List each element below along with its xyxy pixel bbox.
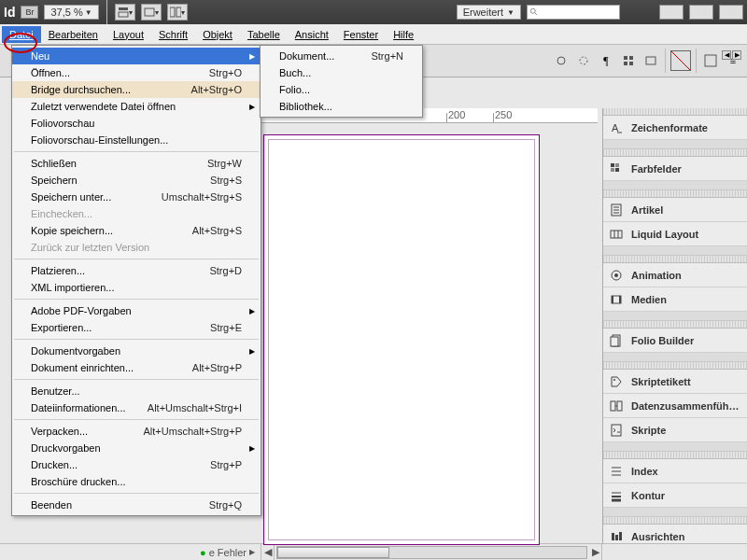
file-menu-item[interactable]: Drucken...Strg+P (12, 456, 261, 473)
panel-label: Kontur (631, 490, 665, 501)
zoom-value: 37,5 % (50, 7, 82, 18)
panel-align[interactable]: Ausrichten (603, 525, 747, 543)
panel-anim[interactable]: Animation (603, 263, 747, 287)
panel-label: Artikel (631, 204, 663, 216)
file-menu-item[interactable]: Foliovorschau-Einstellungen... (12, 132, 261, 148)
panel-grip[interactable] (603, 452, 747, 459)
fill-none-icon[interactable] (670, 50, 691, 71)
file-menu-item[interactable]: SchließenStrg+W (12, 155, 261, 172)
neu-submenu-item[interactable]: Bibliothek... (261, 98, 422, 115)
file-menu-item[interactable]: Dokument einrichten...Alt+Strg+P (12, 359, 261, 376)
panel-media[interactable]: Medien (603, 287, 747, 312)
menu-hilfe[interactable]: Hilfe (386, 26, 421, 43)
menu-separator (14, 339, 259, 340)
screen-mode-icon[interactable]: ▾ (141, 4, 162, 21)
menu-layout[interactable]: Layout (106, 26, 151, 43)
document-page[interactable] (263, 134, 540, 545)
svg-rect-33 (611, 337, 618, 346)
view-options-icon[interactable]: ▾ (115, 4, 135, 21)
menu-label: Kopie speichern... (31, 225, 192, 236)
panel-grip[interactable] (603, 149, 747, 157)
menu-separator (14, 379, 259, 380)
workspace-switcher[interactable]: Erweitert▼ (457, 5, 521, 20)
file-menu-item[interactable]: Adobe PDF-Vorgaben▶ (12, 302, 261, 319)
menu-label: Bibliothek... (279, 101, 403, 112)
file-menu-item[interactable]: Broschüre drucken... (12, 473, 261, 490)
menu-fenster[interactable]: Fenster (336, 26, 386, 43)
tool-icon[interactable] (551, 50, 571, 71)
scroll-thumb[interactable] (277, 547, 389, 558)
menu-datei[interactable]: Datei (2, 26, 41, 43)
panel-stroke[interactable]: Kontur (603, 483, 747, 508)
collapse-right-icon[interactable]: ▶ (732, 50, 741, 60)
panel-grip[interactable] (603, 362, 747, 370)
file-menu-item[interactable]: Platzieren...Strg+D (12, 262, 261, 279)
bridge-badge[interactable]: Br (21, 6, 38, 19)
file-menu-item[interactable]: Speichern unter...Umschalt+Strg+S (12, 189, 261, 205)
search-input[interactable] (527, 5, 620, 20)
panel-merge[interactable]: Datenzusammenfüh… (603, 394, 747, 418)
file-menu-item[interactable]: Kopie speichern...Alt+Strg+S (12, 222, 261, 239)
tag-icon (609, 374, 624, 389)
scroll-right[interactable]: ▶ (589, 544, 602, 560)
menu-schrift[interactable]: Schrift (151, 26, 195, 43)
panel-grip[interactable] (603, 517, 747, 525)
h-scrollbar[interactable] (276, 546, 587, 559)
file-menu-item[interactable]: Benutzer... (12, 383, 261, 399)
panel-article[interactable]: Artikel (603, 198, 747, 222)
file-menu-item[interactable]: Druckvorgaben▶ (12, 440, 261, 456)
menu-tabelle[interactable]: Tabelle (240, 26, 288, 43)
panel-label: Index (631, 466, 658, 477)
panel-tag[interactable]: Skriptetikett (603, 370, 747, 394)
collapse-left-icon[interactable]: ◀ (722, 50, 731, 60)
panel-grip[interactable] (603, 256, 747, 263)
file-menu-item[interactable]: Foliovorschau (12, 115, 261, 132)
file-menu-item[interactable]: Bridge durchsuchen...Alt+Strg+O (12, 81, 261, 98)
panel-index[interactable]: Index (603, 459, 747, 483)
panel-folio[interactable]: Folio Builder (603, 329, 747, 353)
file-menu-item[interactable]: Exportieren...Strg+E (12, 319, 261, 336)
file-menu-item[interactable]: Verpacken...Alt+Umschalt+Strg+P (12, 423, 261, 440)
close-button[interactable]: ✕ (719, 5, 743, 20)
file-menu-item[interactable]: SpeichernStrg+S (12, 172, 261, 189)
file-menu-item[interactable]: Zuletzt verwendete Datei öffnen▶ (12, 98, 261, 115)
file-menu-item[interactable]: Dokumentvorgaben▶ (12, 343, 261, 359)
zoom-combo[interactable]: 37,5 %▼ (44, 5, 98, 20)
tool-icon[interactable] (641, 50, 661, 71)
panel-swatch[interactable]: Farbfelder (603, 157, 747, 181)
menu-ansicht[interactable]: Ansicht (288, 26, 336, 43)
file-menu-item[interactable]: Öffnen...Strg+O (12, 64, 261, 81)
submenu-arrow-icon: ▶ (249, 347, 255, 356)
panel-grip[interactable] (603, 108, 747, 116)
index-icon (609, 464, 624, 479)
minimize-button[interactable]: ─ (659, 5, 684, 20)
neu-submenu-item[interactable]: Folio... (261, 81, 422, 98)
scroll-left[interactable]: ◀ (261, 544, 275, 560)
maximize-button[interactable]: ☐ (689, 5, 713, 20)
file-menu-item[interactable]: Dateiinformationen...Alt+Umschalt+Strg+I (12, 399, 261, 416)
file-menu-item[interactable]: BeendenStrg+Q (12, 497, 261, 513)
tool-icon[interactable] (573, 50, 594, 71)
status-errors[interactable]: ●e Fehler▶ (0, 544, 261, 560)
tool-paragraph-icon[interactable]: ¶ (596, 50, 616, 71)
neu-submenu-item[interactable]: Buch... (261, 64, 422, 81)
file-menu-item[interactable]: Neu▶ (12, 48, 261, 64)
menu-objekt[interactable]: Objekt (195, 26, 240, 43)
menu-bearbeiten[interactable]: Bearbeiten (41, 26, 106, 43)
tool-icon[interactable] (618, 50, 639, 71)
file-menu-item[interactable]: XML importieren... (12, 279, 261, 296)
panel-char[interactable]: AZeichenformate (603, 116, 747, 140)
panel-collapse[interactable]: ◀ ▶ (722, 50, 741, 60)
svg-rect-37 (612, 425, 621, 436)
panel-grip[interactable] (603, 190, 747, 198)
panel-script[interactable]: Skripte (603, 418, 747, 442)
submenu-arrow-icon: ▶ (249, 307, 255, 315)
panel-grip[interactable] (603, 321, 747, 329)
file-dropdown: Neu▶Öffnen...Strg+OBridge durchsuchen...… (11, 45, 261, 516)
arrange-docs-icon[interactable]: ▾ (167, 4, 188, 21)
menu-separator (14, 151, 259, 152)
neu-submenu-item[interactable]: Dokument...Strg+N (261, 48, 422, 64)
tool-icon[interactable] (700, 50, 721, 71)
menu-label: Zurück zur letzten Version (31, 242, 242, 253)
panel-liquid[interactable]: Liquid Layout (603, 222, 747, 246)
